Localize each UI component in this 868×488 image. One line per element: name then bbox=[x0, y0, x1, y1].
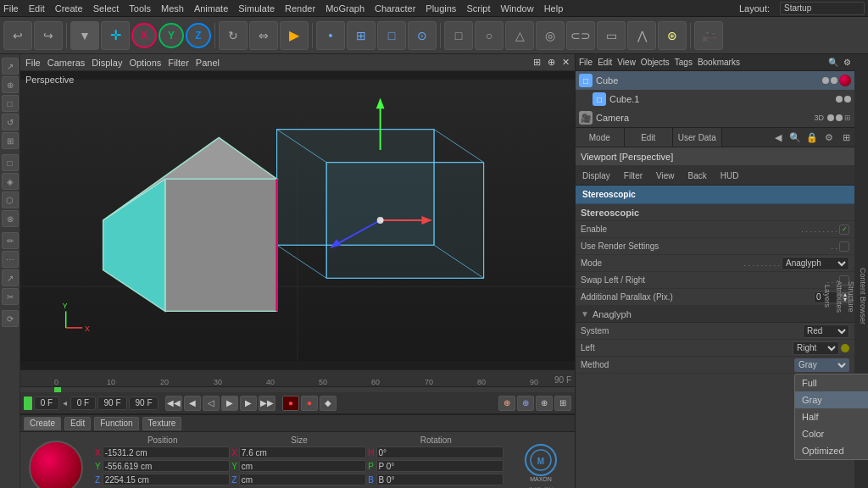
obj-camera[interactable]: 🎥 Camera 3D ⊞ bbox=[576, 108, 854, 127]
undo-button[interactable]: ↩ bbox=[3, 21, 32, 50]
redo-button[interactable]: ↪ bbox=[34, 21, 63, 50]
z-size-field[interactable]: cm bbox=[239, 474, 366, 485]
stereo-tab-active[interactable]: Stereoscopic bbox=[576, 186, 854, 204]
new-cube[interactable]: □ bbox=[444, 21, 473, 50]
menu-help[interactable]: Help bbox=[544, 3, 564, 14]
dd-color[interactable]: Color bbox=[795, 425, 868, 442]
vp-lock-icon[interactable]: ⊕ bbox=[548, 57, 555, 68]
new-light[interactable]: ⊛ bbox=[658, 21, 687, 50]
frame-total-input[interactable]: 90 F bbox=[129, 396, 159, 410]
left-tool-5[interactable]: ⊞ bbox=[2, 132, 19, 149]
keyframe-button[interactable]: ◆ bbox=[320, 396, 337, 411]
left-tool-6[interactable]: □ bbox=[2, 154, 19, 171]
mode-tab-mode[interactable]: Mode bbox=[576, 128, 625, 147]
system-dropdown[interactable]: Red bbox=[803, 324, 849, 338]
timeline-indicator[interactable] bbox=[54, 387, 61, 392]
left-tool-14[interactable]: ⟳ bbox=[2, 310, 19, 327]
scale-tool[interactable]: ⇔ bbox=[249, 21, 278, 50]
play-rev-button[interactable]: ◁ bbox=[203, 396, 220, 411]
strip-layers[interactable]: Layers bbox=[822, 281, 832, 311]
camera-vis-dot[interactable] bbox=[827, 114, 834, 121]
cube-vis-dot[interactable] bbox=[822, 77, 829, 84]
attr-search-icon[interactable]: 🔍 bbox=[787, 128, 804, 147]
dd-half[interactable]: Half bbox=[795, 408, 868, 425]
left-tool-4[interactable]: ↺ bbox=[2, 114, 19, 130]
om-search-icon[interactable]: 🔍 bbox=[828, 58, 838, 67]
play-last-button[interactable]: ▶▶ bbox=[259, 396, 275, 411]
frame-current-input[interactable]: 0 F bbox=[70, 396, 96, 410]
view-tab-filter[interactable]: Filter bbox=[617, 166, 649, 185]
new-plane[interactable]: ▭ bbox=[597, 21, 626, 50]
tab-edit[interactable]: Edit bbox=[64, 417, 91, 430]
rotate-tool[interactable]: ↻ bbox=[219, 21, 248, 50]
poly-mode[interactable]: □ bbox=[377, 21, 406, 50]
x-size-field[interactable]: 7.6 cm bbox=[239, 446, 366, 458]
dd-gray[interactable]: Gray bbox=[795, 391, 868, 408]
new-cone[interactable]: △ bbox=[505, 21, 534, 50]
attr-lock-icon[interactable]: 🔒 bbox=[804, 128, 821, 147]
method-dropdown[interactable]: Gray bbox=[794, 358, 849, 372]
transport-btn-4[interactable]: ⊞ bbox=[554, 396, 571, 411]
left-tool-1[interactable]: ↗ bbox=[2, 58, 19, 75]
cursor-tool[interactable]: ▼ bbox=[70, 21, 99, 50]
tab-create[interactable]: Create bbox=[24, 417, 61, 430]
view-tab-hud[interactable]: HUD bbox=[714, 166, 746, 185]
menu-character[interactable]: Character bbox=[375, 3, 415, 14]
transport-btn-2[interactable]: ⊕ bbox=[517, 396, 534, 411]
vp-expand-icon[interactable]: ⊞ bbox=[533, 57, 541, 68]
menu-mograph[interactable]: MoGraph bbox=[326, 3, 364, 14]
points-mode[interactable]: • bbox=[316, 21, 345, 50]
left-tool-13[interactable]: ✂ bbox=[2, 288, 19, 305]
obj-cube1[interactable]: □ Cube.1 bbox=[576, 90, 854, 108]
mode-tab-userdata[interactable]: User Data bbox=[673, 128, 722, 147]
frame-start-input[interactable]: 0 F bbox=[34, 396, 59, 410]
menu-file[interactable]: File bbox=[3, 3, 19, 14]
left-tool-7[interactable]: ◈ bbox=[2, 173, 19, 190]
viewport-3d[interactable]: Perspective bbox=[20, 71, 575, 369]
om-file[interactable]: File bbox=[579, 58, 593, 67]
cube-material[interactable] bbox=[839, 75, 851, 86]
left-tool-12[interactable]: ↗ bbox=[2, 269, 19, 286]
left-tool-8[interactable]: ⬡ bbox=[2, 191, 19, 208]
left-tool-2[interactable]: ⊕ bbox=[2, 76, 19, 93]
layout-select[interactable]: Startup bbox=[780, 2, 865, 15]
menu-edit[interactable]: Edit bbox=[29, 3, 45, 14]
vp-menu-file[interactable]: File bbox=[25, 58, 41, 68]
transport-btn-3[interactable]: ⊕ bbox=[536, 396, 553, 411]
vp-menu-filter[interactable]: Filter bbox=[168, 58, 188, 68]
x-rot-field[interactable]: 0° bbox=[376, 446, 504, 458]
om-objects[interactable]: Objects bbox=[641, 58, 670, 67]
menu-simulate[interactable]: Simulate bbox=[238, 3, 275, 14]
om-settings-icon[interactable]: ⚙ bbox=[843, 58, 851, 67]
new-capsule[interactable]: ⊂⊃ bbox=[566, 21, 595, 50]
right-dropdown[interactable]: Right bbox=[793, 341, 839, 355]
om-edit[interactable]: Edit bbox=[598, 58, 612, 67]
play-first-button[interactable]: ◀◀ bbox=[165, 396, 182, 411]
new-sphere[interactable]: ○ bbox=[475, 21, 504, 50]
cube2-render-dot[interactable] bbox=[844, 96, 851, 103]
y-rot-field[interactable]: P 0° bbox=[376, 460, 504, 472]
om-view[interactable]: View bbox=[617, 58, 636, 67]
x-pos-field[interactable]: -1531.2 cm bbox=[103, 446, 230, 458]
transport-btn-1[interactable]: ⊕ bbox=[498, 396, 515, 411]
play-button[interactable]: ▶ bbox=[221, 396, 238, 411]
vp-menu-panel[interactable]: Panel bbox=[196, 58, 220, 68]
z-rot-field[interactable]: B 0° bbox=[376, 474, 504, 485]
mode-tab-edit[interactable]: Edit bbox=[625, 128, 674, 147]
obj-mode[interactable]: ⊙ bbox=[408, 21, 437, 50]
material-preview[interactable]: Mat bbox=[20, 432, 92, 488]
menu-render[interactable]: Render bbox=[285, 3, 315, 14]
record-auto-button[interactable]: ● bbox=[301, 396, 318, 411]
view-tab-display[interactable]: Display bbox=[576, 166, 617, 185]
obj-cube[interactable]: □ Cube bbox=[576, 71, 854, 90]
y-axis[interactable]: Y bbox=[159, 23, 184, 48]
render-btn[interactable]: ▶ bbox=[280, 21, 309, 50]
strip-structure[interactable]: Structure bbox=[846, 278, 856, 316]
menu-select[interactable]: Select bbox=[93, 3, 120, 14]
menu-animate[interactable]: Animate bbox=[194, 3, 228, 14]
left-tool-11[interactable]: ⋯ bbox=[2, 251, 19, 268]
menu-create[interactable]: Create bbox=[55, 3, 83, 14]
vp-menu-cameras[interactable]: Cameras bbox=[47, 58, 86, 68]
attr-settings-icon[interactable]: ⚙ bbox=[821, 128, 837, 147]
play-prev-button[interactable]: ◀ bbox=[184, 396, 201, 411]
